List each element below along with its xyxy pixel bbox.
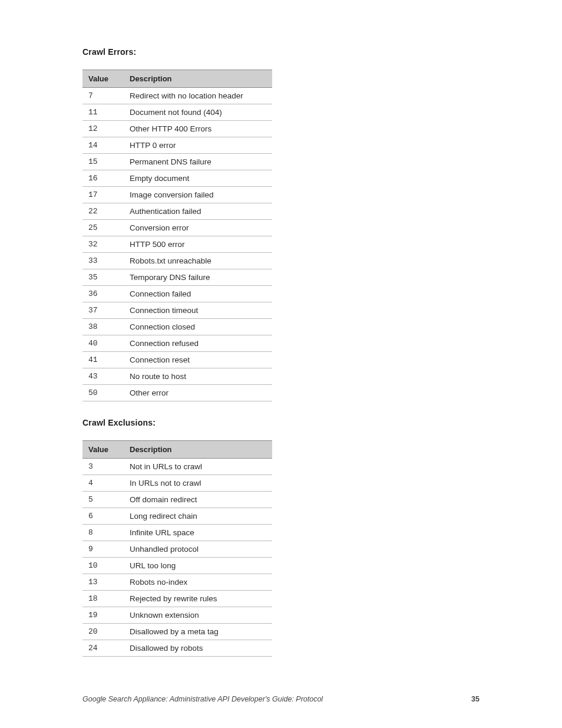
cell-value: 37	[82, 302, 124, 319]
cell-value: 36	[82, 286, 124, 302]
table-row: 7Redirect with no location header	[82, 88, 272, 104]
table-row: 8Infinite URL space	[82, 525, 272, 541]
cell-value: 10	[82, 558, 124, 574]
table-row: 18Rejected by rewrite rules	[82, 591, 272, 607]
page-footer: Google Search Appliance: Administrative …	[82, 695, 480, 703]
table-row: 12Other HTTP 400 Errors	[82, 121, 272, 137]
footer-page-number: 35	[471, 695, 480, 703]
table-row: 25Conversion error	[82, 220, 272, 236]
cell-description: Permanent DNS failure	[124, 154, 272, 170]
cell-description: Rejected by rewrite rules	[124, 591, 272, 607]
cell-description: Connection refused	[124, 335, 272, 352]
cell-description: Document not found (404)	[124, 104, 272, 121]
cell-value: 24	[82, 640, 124, 657]
table-row: 32HTTP 500 error	[82, 236, 272, 253]
crawl-errors-body: 7Redirect with no location header11Docum…	[82, 88, 272, 401]
cell-value: 6	[82, 508, 124, 525]
cell-value: 19	[82, 607, 124, 624]
cell-value: 50	[82, 385, 124, 401]
table-row: 14HTTP 0 error	[82, 137, 272, 154]
table-row: 9Unhandled protocol	[82, 541, 272, 558]
table-row: 50Other error	[82, 385, 272, 401]
table-row: 5Off domain redirect	[82, 492, 272, 508]
cell-description: HTTP 0 error	[124, 137, 272, 154]
table-row: 17Image conversion failed	[82, 187, 272, 203]
cell-description: URL too long	[124, 558, 272, 574]
cell-description: Connection timeout	[124, 302, 272, 319]
table-row: 37Connection timeout	[82, 302, 272, 319]
cell-description: Unknown extension	[124, 607, 272, 624]
crawl-exclusions-heading: Crawl Exclusions:	[82, 418, 480, 427]
cell-value: 35	[82, 269, 124, 286]
cell-value: 13	[82, 574, 124, 591]
cell-description: No route to host	[124, 368, 272, 385]
cell-description: Other HTTP 400 Errors	[124, 121, 272, 137]
col-header-description: Description	[124, 441, 272, 459]
cell-description: Robots.txt unreachable	[124, 253, 272, 269]
cell-description: Disallowed by robots	[124, 640, 272, 657]
cell-value: 40	[82, 335, 124, 352]
cell-value: 18	[82, 591, 124, 607]
col-header-description: Description	[124, 70, 272, 88]
cell-value: 9	[82, 541, 124, 558]
table-row: 22Authentication failed	[82, 203, 272, 220]
cell-description: Connection reset	[124, 352, 272, 368]
cell-value: 3	[82, 459, 124, 475]
table-row: 4In URLs not to crawl	[82, 475, 272, 492]
cell-value: 16	[82, 170, 124, 187]
table-row: 11Document not found (404)	[82, 104, 272, 121]
footer-title: Google Search Appliance: Administrative …	[82, 695, 323, 703]
cell-value: 20	[82, 624, 124, 640]
cell-description: In URLs not to crawl	[124, 475, 272, 492]
cell-description: Connection closed	[124, 319, 272, 335]
table-row: 33Robots.txt unreachable	[82, 253, 272, 269]
cell-description: Disallowed by a meta tag	[124, 624, 272, 640]
cell-value: 11	[82, 104, 124, 121]
table-row: 35Temporary DNS failure	[82, 269, 272, 286]
col-header-value: Value	[82, 441, 124, 459]
table-row: 36Connection failed	[82, 286, 272, 302]
cell-description: Infinite URL space	[124, 525, 272, 541]
cell-value: 25	[82, 220, 124, 236]
crawl-exclusions-table: Value Description 3Not in URLs to crawl4…	[82, 440, 272, 657]
table-row: 24Disallowed by robots	[82, 640, 272, 657]
cell-value: 5	[82, 492, 124, 508]
page-content: Crawl Errors: Value Description 7Redirec…	[0, 0, 562, 657]
cell-description: Image conversion failed	[124, 187, 272, 203]
cell-description: Conversion error	[124, 220, 272, 236]
cell-description: Off domain redirect	[124, 492, 272, 508]
cell-description: Long redirect chain	[124, 508, 272, 525]
cell-description: Robots no-index	[124, 574, 272, 591]
table-row: 15Permanent DNS failure	[82, 154, 272, 170]
cell-description: Empty document	[124, 170, 272, 187]
cell-value: 12	[82, 121, 124, 137]
col-header-value: Value	[82, 70, 124, 88]
cell-value: 15	[82, 154, 124, 170]
table-row: 19Unknown extension	[82, 607, 272, 624]
cell-value: 17	[82, 187, 124, 203]
cell-value: 38	[82, 319, 124, 335]
cell-description: Authentication failed	[124, 203, 272, 220]
table-row: 41Connection reset	[82, 352, 272, 368]
crawl-errors-table: Value Description 7Redirect with no loca…	[82, 70, 272, 401]
cell-description: Other error	[124, 385, 272, 401]
cell-description: Unhandled protocol	[124, 541, 272, 558]
cell-value: 4	[82, 475, 124, 492]
table-row: 10URL too long	[82, 558, 272, 574]
table-row: 6Long redirect chain	[82, 508, 272, 525]
cell-value: 43	[82, 368, 124, 385]
table-row: 38Connection closed	[82, 319, 272, 335]
table-row: 3Not in URLs to crawl	[82, 459, 272, 475]
cell-value: 8	[82, 525, 124, 541]
cell-description: Connection failed	[124, 286, 272, 302]
crawl-errors-heading: Crawl Errors:	[82, 47, 480, 57]
table-row: 43No route to host	[82, 368, 272, 385]
cell-description: Temporary DNS failure	[124, 269, 272, 286]
cell-value: 32	[82, 236, 124, 253]
cell-description: HTTP 500 error	[124, 236, 272, 253]
table-row: 40Connection refused	[82, 335, 272, 352]
cell-description: Redirect with no location header	[124, 88, 272, 104]
crawl-exclusions-body: 3Not in URLs to crawl4In URLs not to cra…	[82, 459, 272, 657]
cell-value: 22	[82, 203, 124, 220]
cell-description: Not in URLs to crawl	[124, 459, 272, 475]
